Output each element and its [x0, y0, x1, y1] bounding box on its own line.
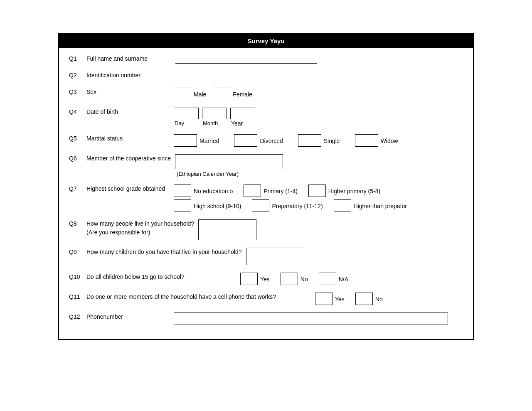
- q10-label: Do all children below 15 go to school?: [86, 273, 236, 280]
- q1-content: [174, 54, 463, 64]
- cooperative-group: (Ethiopian Calender Year): [175, 154, 283, 177]
- dob-labels: Day Month Year: [174, 120, 256, 127]
- question-row-q4: Q4 Date of birth Day Month Year: [69, 108, 463, 127]
- q12-number: Q12: [69, 313, 82, 320]
- q8-number: Q8: [69, 219, 82, 227]
- q7-higherprimary-label: Higher primary (5-8): [328, 187, 380, 194]
- q8-input-box[interactable]: [198, 219, 256, 240]
- q11-yes-label: Yes: [335, 295, 345, 303]
- q5-number: Q5: [69, 134, 82, 142]
- q6-number: Q6: [69, 154, 82, 162]
- q7-preparatory-box[interactable]: [252, 199, 269, 212]
- q12-input-box[interactable]: [174, 313, 448, 325]
- q7-higherprimary-box[interactable]: [308, 185, 326, 197]
- dob-group: Day Month Year: [174, 108, 256, 127]
- q6-note: (Ethiopian Calender Year): [177, 171, 239, 177]
- q8-content: [198, 219, 463, 240]
- dob-year-label: Year: [231, 120, 256, 127]
- q12-content: [174, 313, 463, 325]
- q10-content: Yes No N/A: [240, 273, 463, 285]
- q9-number: Q9: [69, 248, 82, 255]
- q9-content: [246, 248, 463, 265]
- q11-label: Do one or more members of the household …: [86, 293, 311, 300]
- q5-label: Martital status: [86, 134, 170, 142]
- q11-yes-box[interactable]: [315, 293, 332, 305]
- q11-content: Yes No: [315, 293, 463, 305]
- question-row-q7: Q7 Highest school grade obtained No educ…: [69, 185, 463, 212]
- education-group: No education o Primary (1-4) Higher prim…: [174, 185, 411, 212]
- dob-day-label: Day: [175, 120, 200, 127]
- question-row-q11: Q11 Do one or more members of the househ…: [69, 293, 463, 305]
- question-row-q10: Q10 Do all children below 15 go to schoo…: [69, 273, 463, 285]
- q5-widow-box[interactable]: [355, 134, 378, 147]
- q5-married-box[interactable]: [174, 134, 197, 147]
- q10-na-box[interactable]: [319, 273, 336, 285]
- q9-label: How many children do you have that live …: [86, 248, 242, 255]
- q7-content: No education o Primary (1-4) Higher prim…: [174, 185, 463, 212]
- q7-primary-box[interactable]: [244, 185, 261, 197]
- dob-month-label: Month: [203, 120, 228, 127]
- q1-input[interactable]: [175, 54, 317, 64]
- q7-higherthan-label: Higher than prepator: [354, 202, 407, 209]
- q5-widow-label: Widow: [381, 137, 398, 144]
- q4-day-box[interactable]: [174, 108, 199, 119]
- q10-yes-box[interactable]: [240, 273, 258, 285]
- q9-input-box[interactable]: [246, 248, 304, 265]
- q3-label: Sex: [86, 88, 170, 95]
- education-row2: High school (9-10) Preparatory (11-12) H…: [174, 199, 411, 212]
- q12-label: Phonenumber: [86, 313, 170, 320]
- q7-noedu-box[interactable]: [174, 185, 191, 197]
- question-row-q3: Q3 Sex Male Female: [69, 88, 463, 100]
- q1-label: Full name and surname: [86, 54, 170, 62]
- survey-body: Q1 Full name and surname Q2 Identificati…: [59, 48, 473, 339]
- q2-input[interactable]: [175, 71, 317, 80]
- q3-content: Male Female: [174, 88, 463, 100]
- q3-male-box[interactable]: [174, 88, 191, 100]
- question-row-q8: Q8 How many people live in your househol…: [69, 219, 463, 240]
- q1-number: Q1: [69, 54, 82, 62]
- q5-divorced-box[interactable]: [234, 134, 257, 147]
- q7-higherthan-box[interactable]: [334, 199, 351, 212]
- q4-label: Date of birth: [86, 108, 170, 115]
- q5-divorced-label: Divorced: [260, 137, 283, 144]
- q5-content: Married Divorced Single Widow: [174, 134, 463, 147]
- q10-number: Q10: [69, 273, 82, 280]
- q7-preparatory-label: Preparatory (11-12): [272, 202, 323, 209]
- q3-male-label: Male: [194, 90, 206, 98]
- q4-month-box[interactable]: [202, 108, 227, 119]
- q4-content: Day Month Year: [174, 108, 463, 127]
- q8-label: How many people live in your household? …: [86, 219, 194, 237]
- survey-title: Survey Yayu: [59, 34, 473, 48]
- q7-noedu-label: No education o: [194, 187, 233, 194]
- dob-boxes: [174, 108, 256, 119]
- q11-no-label: No: [375, 295, 383, 303]
- question-row-q5: Q5 Martital status Married Divorced Sing…: [69, 134, 463, 147]
- q2-number: Q2: [69, 71, 82, 79]
- question-row-q6: Q6 Member of the cooperative since (Ethi…: [69, 154, 463, 177]
- q4-number: Q4: [69, 108, 82, 115]
- q7-highschool-box[interactable]: [174, 199, 191, 212]
- q3-female-box[interactable]: [213, 88, 230, 100]
- q11-no-box[interactable]: [355, 293, 373, 305]
- question-row-q2: Q2 Identification number: [69, 71, 463, 80]
- q5-single-box[interactable]: [298, 134, 321, 147]
- question-row-q1: Q1 Full name and surname: [69, 54, 463, 64]
- q10-na-label: N/A: [339, 275, 348, 283]
- q3-female-label: Female: [233, 90, 252, 98]
- q10-yes-label: Yes: [260, 275, 270, 283]
- q7-primary-label: Primary (1-4): [264, 187, 298, 194]
- survey-form: Survey Yayu Q1 Full name and surname Q2 …: [58, 33, 474, 340]
- q5-married-label: Married: [200, 137, 219, 144]
- q6-content: (Ethiopian Calender Year): [175, 154, 463, 177]
- q7-highschool-label: High school (9-10): [194, 202, 241, 209]
- q10-no-label: No: [300, 275, 308, 283]
- q4-year-box[interactable]: [230, 108, 255, 119]
- q6-input-box[interactable]: [175, 154, 283, 169]
- q7-label: Highest school grade obtained: [86, 185, 170, 192]
- q5-single-label: Single: [324, 137, 340, 144]
- q2-label: Identification number: [86, 71, 170, 79]
- q7-number: Q7: [69, 185, 82, 192]
- q3-number: Q3: [69, 88, 82, 95]
- q6-label: Member of the cooperative since: [86, 154, 171, 162]
- q10-no-box[interactable]: [281, 273, 298, 285]
